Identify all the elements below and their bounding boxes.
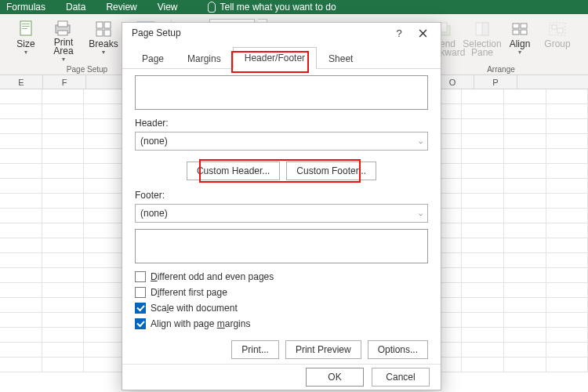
svg-rect-3 [22,28,27,29]
tab-review[interactable]: Review [106,2,136,13]
align-icon [509,20,531,38]
print-area-icon [53,20,74,37]
group-obj-label: Group [544,40,570,49]
svg-rect-1 [22,24,30,24]
svg-rect-10 [104,30,111,36]
group-icon [546,20,568,38]
svg-rect-7 [96,22,103,28]
svg-rect-2 [22,26,30,27]
print-button[interactable]: Print... [231,340,279,359]
diff-odd-even-checkbox[interactable]: Different odd and even pages [135,271,428,282]
breaks-button[interactable]: Breaks▾ [83,17,124,63]
tab-view[interactable]: View [158,2,178,13]
svg-rect-5 [58,21,67,27]
custom-footer-button[interactable]: Custom Footer... [286,162,376,180]
scale-checkbox[interactable]: Scale with document [135,303,428,314]
svg-rect-17 [482,23,488,35]
close-icon [419,29,427,38]
page-setup-dialog: Page Setup ? Page Margins Header/Footer … [122,22,441,390]
header-dropdown[interactable]: (none) ⌵ [135,132,428,151]
tab-formulas[interactable]: Formulas [6,2,45,13]
footer-label: Footer: [135,190,428,201]
breaks-icon [93,20,114,38]
footer-value: (none) [140,208,168,219]
tab-header-footer[interactable]: Header/Footer [233,47,317,69]
print-area-button[interactable]: Print Area▾ [45,17,82,63]
custom-header-button[interactable]: Custom Header... [187,162,280,180]
tell-me[interactable]: Tell me what you want to do [208,2,336,13]
group-arrange: Send Backward Selection Pane Align▾ Grou… [419,17,583,74]
dialog-title: Page Setup [132,27,387,38]
svg-rect-20 [513,30,519,34]
col-f[interactable]: F [43,75,86,89]
header-label: Header: [135,118,428,129]
dialog-body: Header: (none) ⌵ Custom Header... Custom… [122,69,441,364]
header-value: (none) [140,136,168,147]
group-button: Group [539,17,575,63]
svg-rect-9 [96,30,103,36]
svg-rect-23 [552,25,557,29]
menu-tabs: Formulas Data Review View Tell me what y… [0,0,588,14]
breaks-label: Breaks [89,40,118,49]
ok-button[interactable]: OK [306,368,364,387]
titlebar[interactable]: Page Setup ? [122,23,441,43]
size-icon [15,20,37,38]
size-label: Size [16,40,34,49]
align-label: Align [510,40,531,49]
col-p[interactable]: P [474,75,517,89]
footer-dropdown[interactable]: (none) ⌵ [135,204,428,223]
close-button[interactable] [411,23,434,43]
dialog-tabs: Page Margins Header/Footer Sheet [122,46,441,69]
footer-preview [135,229,428,263]
col-e[interactable]: E [0,75,43,89]
svg-rect-8 [104,22,111,28]
svg-rect-6 [58,31,67,35]
selection-pane-icon [471,20,493,38]
header-preview [135,75,428,110]
diff-first-checkbox[interactable]: Different first page [135,287,428,298]
svg-rect-21 [521,30,527,34]
cancel-button[interactable]: Cancel [372,368,430,387]
tell-me-label: Tell me what you want to do [220,2,336,13]
tab-page[interactable]: Page [130,48,176,69]
chevron-down-icon: ⌵ [419,137,423,145]
selection-pane-button: Selection Pane [464,17,500,63]
options-button[interactable]: Options... [368,340,428,359]
svg-rect-24 [557,28,563,33]
chevron-down-icon: ⌵ [419,209,423,217]
group-label-arrange: Arrange [419,65,583,74]
align-margins-checkbox[interactable]: Align with page margins [135,318,428,329]
print-area-label: Print Area [53,38,73,56]
size-button[interactable]: Size▾ [8,17,44,63]
tab-margins[interactable]: Margins [176,48,233,69]
svg-rect-18 [513,24,519,28]
help-button[interactable]: ? [387,23,411,43]
print-preview-button[interactable]: Print Preview [285,340,361,359]
lightbulb-icon [208,2,216,13]
dialog-footer: OK Cancel [122,364,441,390]
svg-rect-19 [521,24,527,28]
tab-data[interactable]: Data [66,2,85,13]
selection-pane-label: Selection Pane [463,40,501,57]
options-list: Different odd and even pages Different f… [135,271,428,329]
align-button[interactable]: Align▾ [502,17,538,63]
tab-sheet[interactable]: Sheet [317,48,365,69]
